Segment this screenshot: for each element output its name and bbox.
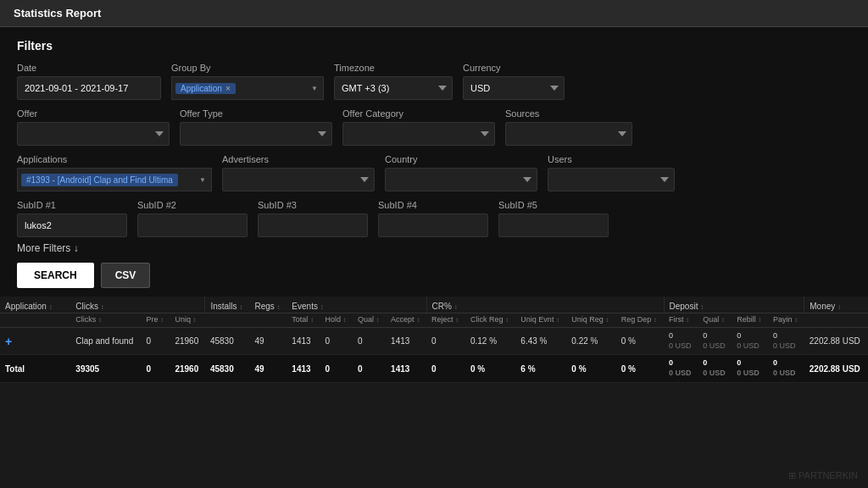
th2-events-hold[interactable]: Hold ↕ [320,313,353,328]
sort-cr-icon[interactable]: ↕ [454,303,458,311]
td-events-accept: 1413 [386,328,426,355]
th-cr-label: CR% [432,302,452,311]
advertisers-filter-group: Advertisers [222,154,375,191]
subid3-input[interactable] [258,214,368,237]
sort-clicks-icon[interactable]: ↕ [101,303,104,311]
statistics-table: Application ↕ Clicks ↕ Installs ↕ Regs ↕ [0,297,868,383]
applications-select[interactable]: #1393 - [Android] Clap and Find Ultima [17,168,212,191]
th-cr-group[interactable]: CR% ↕ [426,297,664,313]
td-total-events-qual: 0 [353,355,386,382]
country-filter-group: Country [385,154,537,191]
table-total-row: Total 39305 0 21960 45830 49 1413 0 0 14… [0,355,868,382]
th2-cr-uniqreg[interactable]: Uniq Reg ↕ [566,313,615,328]
th-deposit-label: Deposit [670,302,698,311]
th-events-group[interactable]: Events ↕ [287,297,426,313]
sort2-uniqreg-icon[interactable]: ↕ [605,316,609,324]
sort-events-icon[interactable]: ↕ [320,303,324,311]
users-select[interactable] [548,168,675,191]
th2-accept-label: Accept [391,315,415,324]
advertisers-select[interactable] [222,168,375,191]
th-clicks-group[interactable]: Clicks ↕ [70,297,205,313]
th2-events-accept[interactable]: Accept ↕ [386,313,426,328]
subid5-group: SubID #5 [498,200,609,237]
th2-installs [205,313,250,328]
date-label: Date [17,63,161,73]
td-total-installs: 45830 [205,355,250,382]
csv-button[interactable]: CSV [101,263,151,288]
th2-pre[interactable]: Pre ↕ [142,313,170,328]
th2-uniq[interactable]: Uniq ↕ [170,313,204,328]
subid1-label: SubID #1 [17,200,127,210]
subid2-input[interactable] [137,214,248,237]
th2-cr-uniqevnt[interactable]: Uniq Evnt ↕ [515,313,566,328]
sort2-rebill-icon[interactable]: ↕ [758,316,761,324]
th2-cr-regdep[interactable]: Reg Dep ↕ [616,313,664,328]
offercategory-select[interactable] [342,122,495,146]
th2-dep-first[interactable]: First ↕ [664,313,698,328]
sort2-accept-icon[interactable]: ↕ [416,316,420,324]
sort-money-icon[interactable]: ↕ [837,303,841,311]
th2-dep-payin[interactable]: Payin ↕ [768,313,804,328]
th-installs-label: Installs [210,302,236,311]
search-button[interactable]: SEARCH [17,263,94,288]
td-application: Clap and found [70,328,141,355]
more-filters-toggle[interactable]: More Filters ↓ [17,242,851,254]
subid5-label: SubID #5 [498,200,609,210]
sort-deposit-icon[interactable]: ↕ [700,303,704,311]
th-application[interactable]: Application ↕ [0,297,70,313]
subid4-input[interactable] [378,214,488,237]
expand-icon[interactable]: + [5,335,12,348]
sort2-depqual-icon[interactable]: ↕ [721,316,725,324]
sort2-uniqevnt-icon[interactable]: ↕ [556,316,559,324]
th-regs[interactable]: Regs ↕ [249,297,287,313]
sources-select[interactable] [505,122,632,146]
currency-select[interactable]: USD [463,76,565,100]
sort2-pre-icon[interactable]: ↕ [160,316,164,324]
sort-regs-icon[interactable]: ↕ [277,303,281,311]
th2-events-reject[interactable]: Reject ↕ [426,313,465,328]
th2-money [804,313,868,328]
td-events-reject: 0 [426,328,465,355]
date-input[interactable] [17,76,161,100]
application-name: Clap and found [75,336,133,346]
timezone-select[interactable]: GMT +3 (3) [334,76,453,100]
filter-row-1: Date Group By Application × Timezone GMT… [17,63,851,100]
td-events-qual: 0 [353,328,386,355]
sort2-payin-icon[interactable]: ↕ [794,316,798,324]
td-regs: 49 [249,328,287,355]
title-bar: Statistics Report [0,0,868,27]
users-label: Users [548,154,675,164]
groupby-select[interactable]: Application × [171,76,324,100]
td-expand[interactable]: + [0,328,70,355]
country-select[interactable] [385,168,537,191]
th2-events-qual[interactable]: Qual ↕ [353,313,386,328]
th2-cr-clickreg[interactable]: Click Reg ↕ [465,313,515,328]
td-total-clicks: 39305 [70,355,141,382]
th-installs[interactable]: Installs ↕ [205,297,250,313]
sort2-uniq-icon[interactable]: ↕ [192,316,196,324]
sort-installs-icon[interactable]: ↕ [239,303,242,311]
groupby-tag-remove[interactable]: × [225,84,231,93]
sort2-regdep-icon[interactable]: ↕ [654,316,657,324]
sort2-clicks-icon[interactable]: ↕ [98,316,102,324]
offer-select[interactable] [17,122,170,146]
subid1-input[interactable] [17,214,127,237]
td-total-dep-payin: 00 USD [768,355,804,382]
sort2-first-icon[interactable]: ↕ [686,316,689,324]
subid5-input[interactable] [498,214,609,237]
subid4-label: SubID #4 [378,200,488,210]
th2-clicks[interactable]: Clicks ↕ [70,313,141,328]
sort2-qual-icon[interactable]: ↕ [376,316,380,324]
sort2-hold-icon[interactable]: ↕ [342,316,346,324]
th2-dep-qual[interactable]: Qual ↕ [698,313,732,328]
th2-dep-rebill[interactable]: Rebill ↕ [732,313,768,328]
offertype-select[interactable] [180,122,332,146]
th-money[interactable]: Money ↕ [804,297,868,313]
timezone-label: Timezone [334,63,453,73]
sort2-total-icon[interactable]: ↕ [310,316,314,324]
sort2-reject-icon[interactable]: ↕ [455,316,459,324]
sort-application-icon[interactable]: ↕ [49,303,53,311]
th-deposit-group[interactable]: Deposit ↕ [664,297,804,313]
th2-events-total[interactable]: Total ↕ [287,313,320,328]
sort2-clickreg-icon[interactable]: ↕ [505,316,509,324]
